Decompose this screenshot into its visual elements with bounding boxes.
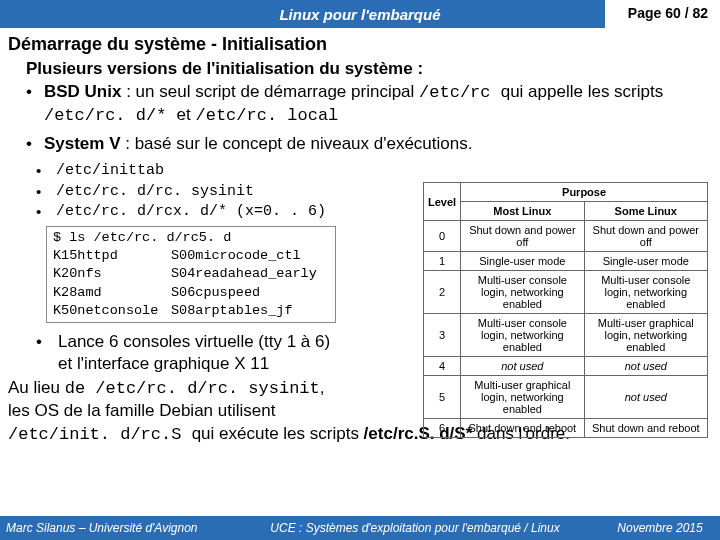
header-title: Linux pour l'embarqué	[279, 6, 440, 23]
terminal-row: K28amdS06cpuspeed	[53, 284, 329, 302]
bullet-sysv: • System V : basé sur le concept de nive…	[26, 133, 706, 155]
footer-bar: Marc Silanus – Université d'Avignon UCE …	[0, 516, 720, 540]
terminal-row: K50netconsoleS08arptables_jf	[53, 302, 329, 320]
bsd-label: BSD Unix	[44, 82, 121, 101]
section-title: Démarrage du système - Initialisation	[8, 34, 706, 55]
th-level: Level	[424, 183, 461, 221]
terminal-prompt: $ ls /etc/rc. d/rc5. d	[53, 229, 329, 247]
bullet-dot-icon: •	[26, 133, 32, 155]
table-row: 0Shut down and power offShut down and po…	[424, 221, 708, 252]
bullet-dot-icon: •	[36, 202, 46, 222]
table-row: 2Multi-user console login, networking en…	[424, 271, 708, 314]
terminal-listing: $ ls /etc/rc. d/rc5. d K15httpdS00microc…	[46, 226, 336, 323]
table-row: 6Shut down and rebootShut down and reboo…	[424, 419, 708, 438]
table-row: 4not usednot used	[424, 357, 708, 376]
bullet-dot-icon: •	[36, 331, 46, 375]
bullet-dot-icon: •	[26, 81, 32, 127]
sysv-label: System V	[44, 134, 121, 153]
th-most: Most Linux	[461, 202, 584, 221]
footer-course: UCE : Systèmes d'exploitation pour l'emb…	[230, 521, 600, 535]
footer-date: Novembre 2015	[600, 521, 720, 535]
page-indicator: Page 60 / 82	[628, 5, 708, 21]
runlevel-table: Level Purpose Most Linux Some Linux 0Shu…	[423, 182, 708, 438]
file-item: /etc/rc. d/rcx. d/* (x=0. . 6)	[56, 202, 326, 222]
th-some: Some Linux	[584, 202, 707, 221]
bullet-dot-icon: •	[36, 182, 46, 202]
table-row: 3Multi-user console login, networking en…	[424, 314, 708, 357]
section-subtitle: Plusieurs versions de l'initialisation d…	[26, 59, 706, 79]
terminal-row: K20nfsS04readahead_early	[53, 265, 329, 283]
file-item: /etc/inittab	[56, 161, 164, 181]
header-bar: Linux pour l'embarqué Page 60 / 82	[0, 0, 720, 28]
file-list: •/etc/inittab •/etc/rc. d/rc. sysinit •/…	[36, 161, 326, 222]
table-row: 1Single-user modeSingle-user mode	[424, 252, 708, 271]
footer-author: Marc Silanus – Université d'Avignon	[0, 521, 230, 535]
bullet-dot-icon: •	[36, 161, 46, 181]
bullet-bsd: • BSD Unix : un seul script de démarrage…	[26, 81, 706, 127]
table-row: 5Multi-user graphical login, networking …	[424, 376, 708, 419]
th-purpose: Purpose	[461, 183, 708, 202]
file-item: /etc/rc. d/rc. sysinit	[56, 182, 254, 202]
terminal-row: K15httpdS00microcode_ctl	[53, 247, 329, 265]
